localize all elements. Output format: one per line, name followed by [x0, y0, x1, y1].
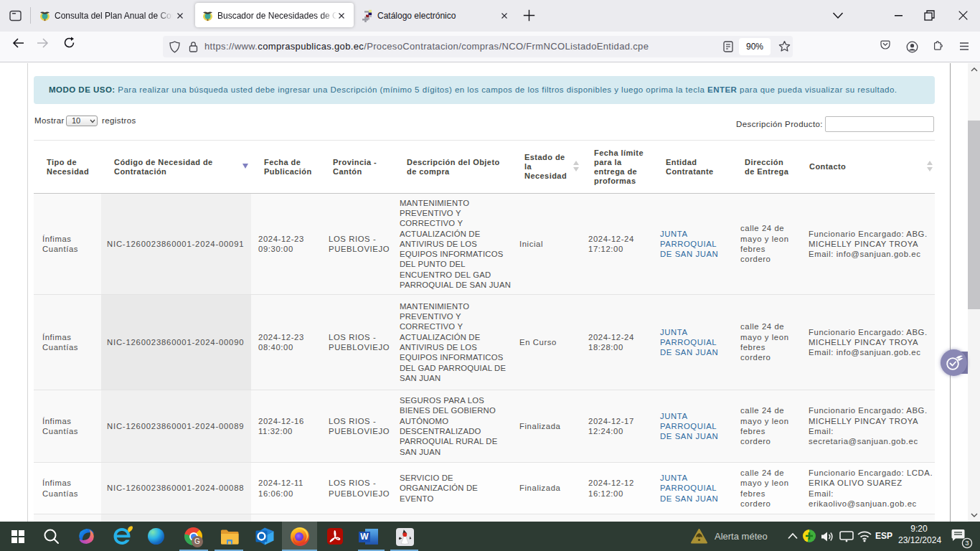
svg-text:3: 3 — [965, 539, 969, 547]
